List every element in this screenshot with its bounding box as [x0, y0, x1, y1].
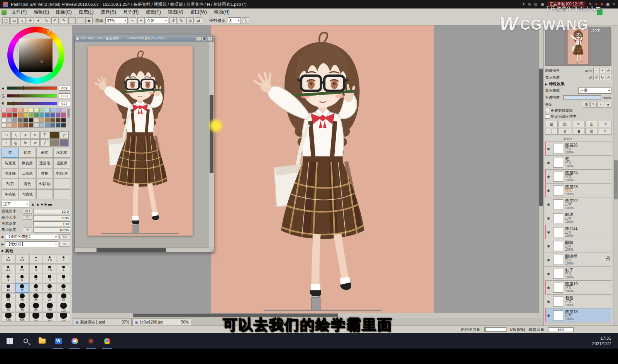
layer-thumbnail[interactable] — [553, 199, 563, 209]
brush-preset[interactable]: 二值笔 — [19, 169, 36, 179]
brush-preset[interactable]: 油漆桶 — [2, 169, 19, 179]
brush-preset[interactable]: 草稿笔 — [2, 189, 19, 199]
brush-size-option[interactable]: 80 — [29, 303, 43, 312]
layer-visibility-toggle[interactable]: ◉ — [547, 258, 552, 262]
saturation-value-square[interactable] — [19, 39, 52, 72]
setting-unit-badge[interactable]: % — [23, 228, 32, 232]
color-swatch[interactable] — [2, 118, 7, 123]
layer-thumbnail[interactable] — [553, 172, 563, 182]
brush-preset[interactable]: 马克笔 — [2, 158, 19, 168]
color-swatch[interactable] — [18, 123, 23, 128]
brush-preset[interactable]: 刮刀 — [2, 179, 19, 189]
color-swatch[interactable] — [23, 118, 28, 123]
color-swatch[interactable] — [12, 123, 17, 128]
lock-pen-icon[interactable]: ✎ — [590, 102, 597, 108]
brush-shape-strength[interactable]: 50 — [59, 234, 70, 239]
wps-app-button[interactable]: W — [50, 333, 66, 349]
brush-size-option[interactable]: 0.6 — [2, 254, 15, 264]
stop-record-icon[interactable]: ■ — [601, 2, 603, 7]
nav-zoom-in-button[interactable]: + — [599, 68, 605, 73]
color-swatch[interactable] — [23, 108, 28, 113]
layer-row[interactable]: ◉ 眼镜框 正常 100% — [545, 253, 611, 267]
fill-layer-icon[interactable]: ▥ — [585, 128, 598, 135]
setting-slider[interactable]: 100 — [33, 221, 70, 226]
color-swatch[interactable] — [45, 118, 50, 123]
red-slider[interactable] — [7, 86, 57, 90]
brush-preset[interactable]: 水彩-软 — [36, 179, 53, 189]
new-linework-icon[interactable]: ✎ — [572, 121, 585, 127]
brush-size-option[interactable]: 60 — [2, 303, 15, 312]
color-swatch[interactable] — [2, 113, 7, 118]
lock-all-icon[interactable]: ■ — [605, 102, 611, 108]
file-explorer-button[interactable] — [34, 333, 50, 349]
brush-tip-shape-icon[interactable]: ▬ — [48, 202, 52, 206]
layer-thumbnail[interactable] — [553, 241, 563, 251]
stabilizer-combo[interactable]: 8 ▾ — [228, 17, 241, 24]
scrollbar-thumb[interactable] — [68, 109, 69, 118]
zoom-out-button[interactable]: − — [129, 17, 136, 24]
zoom-ratio-value[interactable]: 37% — [585, 69, 592, 73]
layer-options-icon[interactable]: ⊞ — [599, 121, 611, 127]
lock-opacity-icon[interactable]: ▨ — [583, 102, 589, 108]
color-swatch[interactable] — [50, 108, 55, 113]
chrome-app-button[interactable] — [99, 333, 115, 349]
taskbar-search-button[interactable] — [18, 333, 34, 349]
layer-thumbnail[interactable] — [553, 185, 563, 195]
layer-visibility-toggle[interactable]: ◉ — [547, 202, 552, 206]
magic-wand-icon[interactable]: ✳ — [27, 17, 34, 24]
layer-row[interactable]: ◉ 图层26 正常 100% — [545, 142, 611, 156]
recorder-green-icon[interactable] — [597, 9, 603, 15]
brush-size-option[interactable]: 2.3 — [2, 264, 15, 273]
color-swatch[interactable] — [2, 108, 7, 113]
layer-row[interactable]: ◉ 图层22 正常 100% — [545, 197, 611, 211]
layer-row[interactable]: ◉ 鞋子 正常 100% — [545, 267, 611, 281]
color-swatch[interactable] — [50, 113, 55, 118]
brush-size-option[interactable]: 35 — [29, 293, 43, 302]
color-swatch[interactable] — [39, 118, 44, 123]
document-tab[interactable]: ▣ 1c0w1200.jpg 50% — [132, 318, 191, 325]
scrollbar-thumb[interactable] — [97, 248, 166, 252]
lasso-icon[interactable]: ∿ — [19, 17, 26, 24]
brush-size-option[interactable]: 5 — [2, 274, 15, 283]
nav-rotate-ccw-button[interactable]: ↺ — [593, 75, 599, 80]
menu-item[interactable]: 尺子(R) — [120, 8, 142, 16]
layers-scrollbar[interactable] — [613, 25, 618, 325]
background-color-swatch[interactable] — [59, 139, 69, 147]
new-folder-icon[interactable]: ▤ — [559, 121, 571, 127]
color-swatch[interactable] — [23, 113, 28, 118]
color-swatch[interactable] — [29, 123, 34, 128]
triangle-icon[interactable]: ▶ — [2, 235, 4, 239]
redo-button[interactable]: ↷ — [60, 17, 67, 24]
brush-texture-select[interactable]: 【无纹理】 ▾ — [5, 241, 58, 247]
color-swatch[interactable] — [39, 113, 44, 118]
green-value[interactable]: 059 — [59, 93, 70, 98]
color-swatch[interactable] — [61, 113, 66, 118]
color-swatch[interactable] — [2, 123, 7, 128]
brush-preset[interactable]: 笔 — [2, 148, 19, 158]
layer-row-partial[interactable]: 100% — [545, 136, 611, 142]
color-swatch[interactable] — [12, 113, 17, 118]
foreground-color-swatch[interactable] — [50, 131, 59, 139]
color-swatch[interactable] — [56, 118, 61, 123]
blue-slider[interactable] — [7, 102, 57, 105]
clip-mask-checkbox[interactable]: ✓ — [545, 109, 549, 113]
layer-row[interactable]: ◉ 眼珠 正常 100% — [545, 211, 611, 225]
blue-value[interactable]: 027 — [59, 101, 70, 106]
lasso-tool-icon[interactable]: ∿ — [11, 131, 20, 139]
screenshot-icon[interactable]: ▣ — [541, 2, 544, 7]
triangle-icon[interactable]: ▶ — [2, 243, 4, 246]
layer-visibility-toggle[interactable]: ◉ — [547, 147, 552, 151]
brush-size-option[interactable]: 4 — [57, 264, 70, 273]
brush-tip-shape-icon[interactable]: ▲ — [36, 202, 40, 206]
close-button[interactable]: × — [208, 36, 213, 41]
selection-pen-tool-icon[interactable]: ✎ — [30, 131, 40, 139]
select-move-icon[interactable]: + — [35, 17, 42, 24]
color-swatch[interactable] — [61, 108, 66, 113]
slider-notch[interactable] — [19, 94, 19, 98]
layer-thumbnail[interactable] — [553, 255, 563, 265]
reset-view-button[interactable]: ◎ — [186, 17, 194, 24]
delete-layer-icon[interactable]: × — [599, 128, 611, 135]
color-swatch[interactable] — [7, 113, 12, 118]
brush-preset[interactable]: 选区擦 — [53, 158, 70, 168]
draw-pencil-icon[interactable]: ✎ — [589, 2, 592, 7]
